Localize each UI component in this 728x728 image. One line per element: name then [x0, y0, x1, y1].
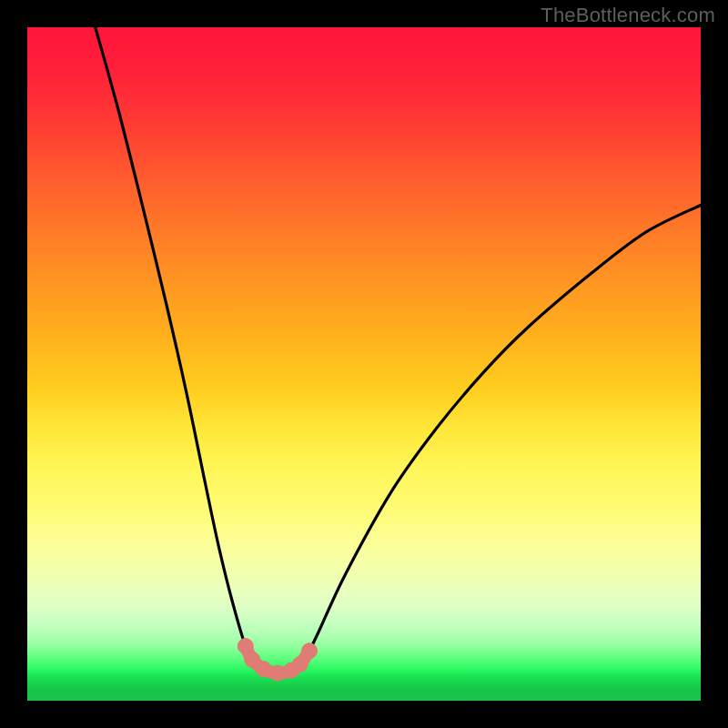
curve-left-branch	[96, 27, 270, 672]
trough-marker	[302, 643, 318, 659]
curve-right-branch	[309, 205, 701, 651]
trough-marker	[292, 657, 308, 672]
trough-marker	[270, 665, 286, 681]
trough-markers-group	[238, 639, 317, 682]
watermark-text: TheBottleneck.com	[541, 4, 715, 27]
curve-overlay	[27, 27, 701, 701]
plot-area	[27, 27, 701, 701]
chart-frame: TheBottleneck.com	[0, 0, 728, 728]
trough-marker	[256, 662, 271, 677]
